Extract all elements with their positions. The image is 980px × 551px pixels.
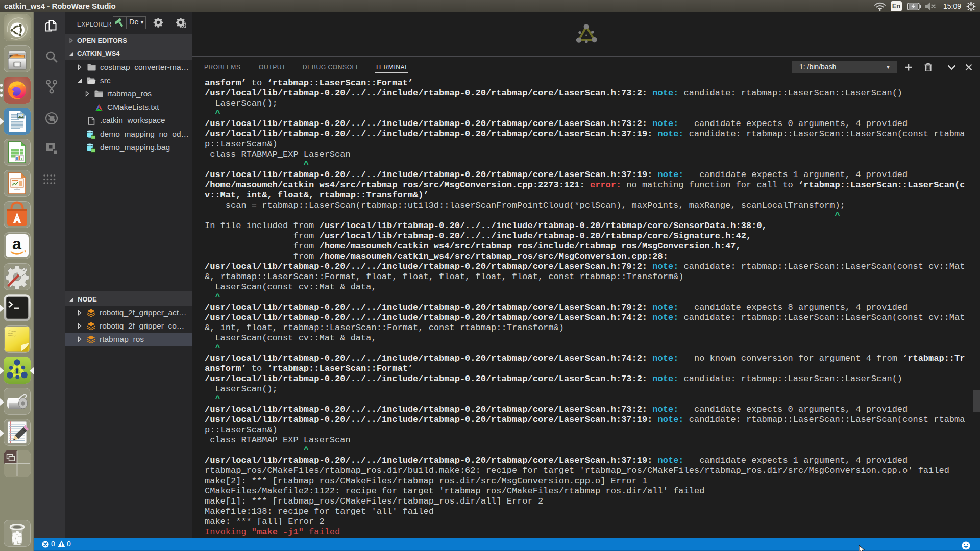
svg-text:a: a: [12, 235, 21, 253]
